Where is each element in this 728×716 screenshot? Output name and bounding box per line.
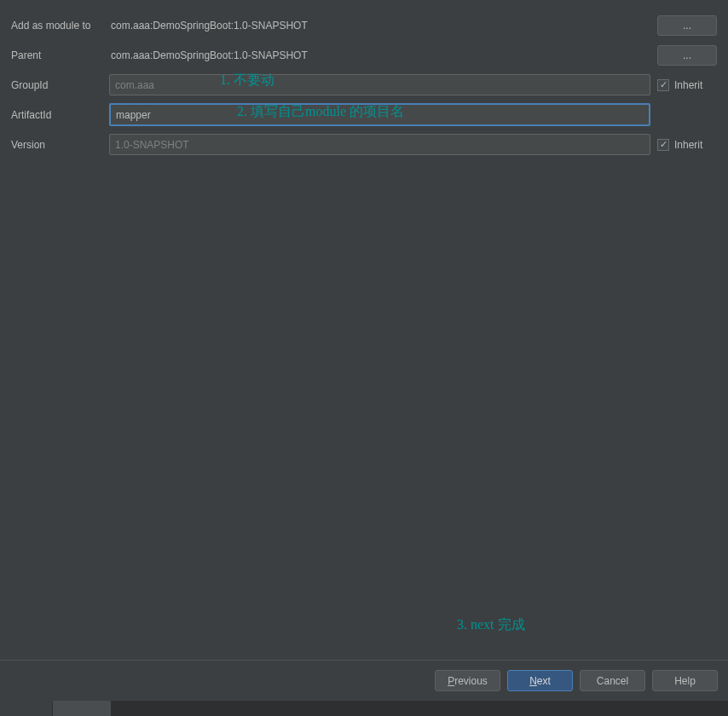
next-button-rest: ext: [537, 675, 551, 687]
groupid-row: GroupId Inherit: [11, 70, 717, 100]
help-button[interactable]: Help: [652, 670, 718, 691]
add-module-row: Add as module to com.aaa:DemoSpringBoot:…: [11, 10, 717, 40]
groupid-inherit-label: Inherit: [674, 79, 702, 91]
parent-row: Parent com.aaa:DemoSpringBoot:1.0-SNAPSH…: [11, 40, 717, 70]
parent-label: Parent: [11, 49, 102, 61]
version-input[interactable]: [109, 134, 650, 155]
parent-value: com.aaa:DemoSpringBoot:1.0-SNAPSHOT: [109, 49, 650, 61]
add-module-label: Add as module to: [11, 20, 102, 32]
groupid-inherit-group: Inherit: [657, 79, 717, 91]
artifactid-row: ArtifactId: [11, 100, 717, 130]
version-label: Version: [11, 139, 102, 151]
add-module-browse-button[interactable]: ...: [657, 15, 717, 36]
version-inherit-group: Inherit: [657, 139, 717, 151]
version-row: Version Inherit: [11, 130, 717, 159]
annotation-3: 3. next 完成: [457, 616, 525, 634]
next-button[interactable]: Next: [507, 670, 573, 691]
groupid-label: GroupId: [11, 79, 102, 91]
groupid-input[interactable]: [109, 74, 650, 95]
cancel-button[interactable]: Cancel: [580, 670, 645, 691]
button-bar: Previous Next Cancel Help: [435, 670, 718, 691]
version-inherit-label: Inherit: [674, 139, 702, 151]
previous-button-rest: revious: [454, 675, 488, 687]
artifactid-label: ArtifactId: [11, 109, 102, 121]
version-inherit-checkbox[interactable]: [657, 139, 669, 151]
status-bar: [0, 701, 728, 716]
divider: [0, 660, 728, 661]
parent-browse-button[interactable]: ...: [657, 45, 717, 66]
add-module-value: com.aaa:DemoSpringBoot:1.0-SNAPSHOT: [109, 20, 650, 32]
previous-button[interactable]: Previous: [435, 670, 500, 691]
artifactid-input[interactable]: [109, 103, 650, 126]
groupid-inherit-checkbox[interactable]: [657, 79, 669, 91]
